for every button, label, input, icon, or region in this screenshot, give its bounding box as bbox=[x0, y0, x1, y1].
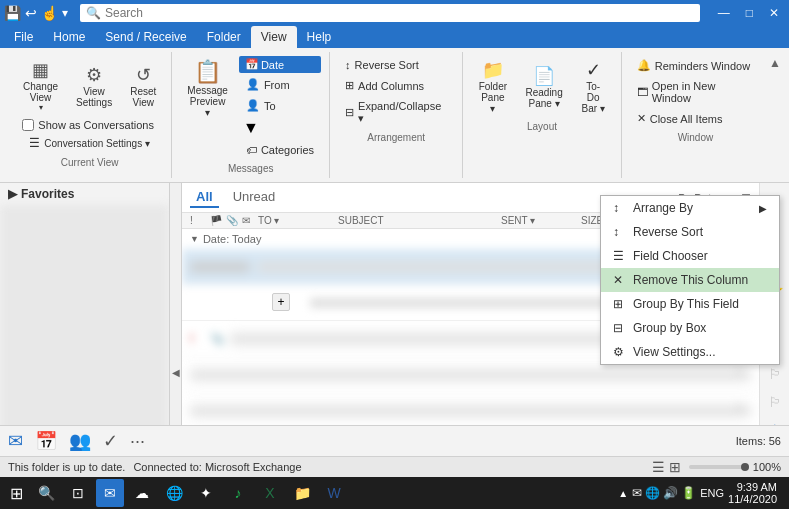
reset-view-button[interactable]: ↺ ResetView bbox=[123, 61, 163, 111]
taskbar-onedrive[interactable]: ☁ bbox=[128, 479, 156, 507]
current-view-group-label: Current View bbox=[61, 157, 119, 168]
from-button[interactable]: 👤 From bbox=[239, 75, 321, 94]
tab-folder[interactable]: Folder bbox=[197, 26, 251, 48]
show-conversations-input[interactable] bbox=[22, 119, 34, 131]
people-nav-icon[interactable]: 👥 bbox=[69, 430, 91, 452]
taskbar-up-arrow[interactable]: ▲ bbox=[618, 488, 628, 499]
expand-collapse-button[interactable]: ⊟ Expand/Collapse ▾ bbox=[338, 97, 454, 128]
arrange-by-icon: ↕ bbox=[613, 201, 627, 215]
remove-column-label: Remove This Column bbox=[633, 273, 748, 287]
right-panel-flag5-icon[interactable]: 🏳 bbox=[764, 390, 786, 414]
close-icon[interactable]: ✕ bbox=[763, 4, 785, 22]
todo-bar-button[interactable]: ✓ To-DoBar ▾ bbox=[574, 56, 613, 117]
tab-unread[interactable]: Unread bbox=[227, 187, 282, 208]
taskbar-word[interactable]: W bbox=[320, 479, 348, 507]
context-menu-group-by-box[interactable]: ⊟ Group by Box bbox=[601, 316, 779, 340]
mail-nav-icon[interactable]: ✉ bbox=[8, 430, 23, 452]
tasks-nav-icon[interactable]: ✓ bbox=[103, 430, 118, 452]
right-panel-flag4-icon[interactable]: 🏳 bbox=[764, 362, 786, 386]
favorites-header[interactable]: ▶ Favorites bbox=[0, 183, 169, 205]
reminders-window-button[interactable]: 🔔 Reminders Window bbox=[630, 56, 761, 75]
more-icon[interactable]: ▾ bbox=[62, 6, 68, 20]
taskbar-search[interactable]: 🔍 bbox=[32, 479, 60, 507]
taskbar-spotify[interactable]: ♪ bbox=[224, 479, 252, 507]
more-nav-button[interactable]: ··· bbox=[130, 431, 145, 452]
view-grid-icon[interactable]: ⊞ bbox=[669, 459, 681, 475]
reading-pane-button[interactable]: 📄 ReadingPane ▾ bbox=[518, 62, 569, 112]
calendar-nav-icon[interactable]: 📅 bbox=[35, 430, 57, 452]
status-bar: This folder is up to date. Connected to:… bbox=[0, 456, 789, 477]
search-input[interactable] bbox=[105, 6, 694, 20]
tab-help[interactable]: Help bbox=[297, 26, 342, 48]
taskbar-excel[interactable]: X bbox=[256, 479, 284, 507]
view-list-icon[interactable]: ☰ bbox=[652, 459, 665, 475]
sys-tray-battery[interactable]: 🔋 bbox=[681, 486, 696, 500]
sys-tray-volume[interactable]: 🔊 bbox=[663, 486, 678, 500]
undo-icon[interactable]: ↩ bbox=[25, 5, 37, 21]
open-new-window-button[interactable]: 🗔 Open in New Window bbox=[630, 77, 761, 107]
context-menu-reverse-sort[interactable]: ↕ Reverse Sort bbox=[601, 220, 779, 244]
taskbar-outlook[interactable]: ✉ bbox=[96, 479, 124, 507]
col-to-header[interactable]: TO ▾ bbox=[258, 215, 338, 226]
categories-button[interactable]: 🏷 Categories bbox=[239, 141, 321, 159]
email-row-5[interactable]: 🏳 bbox=[182, 393, 759, 429]
tab-file[interactable]: File bbox=[4, 26, 43, 48]
context-menu-group-by-field[interactable]: ⊞ Group By This Field bbox=[601, 292, 779, 316]
open-new-window-label: Open in New Window bbox=[652, 80, 754, 104]
taskbar-clock[interactable]: 9:39 AM 11/4/2020 bbox=[728, 481, 777, 505]
tab-all[interactable]: All bbox=[190, 187, 219, 208]
reverse-sort-button[interactable]: ↕ Reverse Sort bbox=[338, 56, 454, 74]
ribbon-top-right: — □ ✕ bbox=[712, 4, 785, 22]
email-flag-5[interactable]: 🏳 bbox=[735, 401, 747, 415]
context-menu-field-chooser[interactable]: ☰ Field Chooser bbox=[601, 244, 779, 268]
word-icon: W bbox=[327, 485, 340, 501]
sys-tray-outlook[interactable]: ✉ bbox=[632, 486, 642, 500]
taskbar-edge[interactable]: 🌐 bbox=[160, 479, 188, 507]
group-current-view: ▦ ChangeView ▾ ⚙ ViewSettings ↺ ResetVie… bbox=[8, 52, 172, 178]
tab-home[interactable]: Home bbox=[43, 26, 95, 48]
touch-icon[interactable]: ☝ bbox=[41, 5, 58, 21]
zoom-slider-thumb[interactable] bbox=[741, 463, 749, 471]
col-sent-header[interactable]: SENT ▾ bbox=[501, 215, 581, 226]
show-conversations-checkbox[interactable]: Show as Conversations bbox=[22, 119, 157, 131]
reverse-sort-label: Reverse Sort bbox=[355, 59, 419, 71]
context-menu-view-settings[interactable]: ⚙ View Settings... bbox=[601, 340, 779, 364]
context-menu-remove-column[interactable]: ✕ Remove This Column bbox=[601, 268, 779, 292]
search-bar: 🔍 bbox=[80, 4, 700, 22]
save-icon[interactable]: 💾 bbox=[4, 5, 21, 21]
conversation-settings-button[interactable]: ☰ Conversation Settings ▾ bbox=[22, 133, 157, 153]
change-view-arrow: ▾ bbox=[39, 103, 43, 112]
close-all-items-button[interactable]: ✕ Close All Items bbox=[630, 109, 761, 128]
start-button[interactable]: ⊞ bbox=[4, 481, 28, 505]
folder-pane-button[interactable]: 📁 FolderPane ▾ bbox=[471, 56, 514, 117]
favorites-label: Favorites bbox=[21, 187, 74, 201]
col-subject-header[interactable]: SUBJECT bbox=[338, 215, 501, 226]
zoom-slider[interactable] bbox=[689, 465, 749, 469]
maximize-icon[interactable]: □ bbox=[740, 4, 759, 22]
add-columns-button[interactable]: ⊞ Add Columns bbox=[338, 76, 454, 95]
tab-view[interactable]: View bbox=[251, 26, 297, 48]
taskbar-taskview[interactable]: ⊡ bbox=[64, 479, 92, 507]
reset-view-icon: ↺ bbox=[136, 64, 151, 86]
windows-icon: ⊞ bbox=[10, 484, 23, 503]
taskbar-store[interactable]: ✦ bbox=[192, 479, 220, 507]
to-button[interactable]: 👤 To bbox=[239, 96, 321, 115]
minimize-icon[interactable]: — bbox=[712, 4, 736, 22]
reset-view-label: ResetView bbox=[130, 86, 156, 108]
ribbon-collapse-button[interactable]: ▲ bbox=[769, 52, 781, 178]
add-inline-button[interactable]: + bbox=[272, 293, 290, 311]
sys-tray-network[interactable]: 🌐 bbox=[645, 486, 660, 500]
field-chooser-icon: ☰ bbox=[613, 249, 627, 263]
change-view-button[interactable]: ▦ ChangeView ▾ bbox=[16, 56, 65, 115]
more-arrangement-button[interactable]: ▼ bbox=[239, 117, 321, 139]
taskbar: ⊞ 🔍 ⊡ ✉ ☁ 🌐 ✦ ♪ X 📁 W ▲ ✉ 🌐 🔊 🔋 ENG bbox=[0, 477, 789, 509]
date-button[interactable]: 📅 Date bbox=[239, 56, 321, 73]
message-preview-icon: 📋 bbox=[194, 59, 221, 85]
sys-tray: ✉ 🌐 🔊 🔋 bbox=[632, 486, 696, 500]
taskbar-file-explorer[interactable]: 📁 bbox=[288, 479, 316, 507]
context-menu-arrange-by[interactable]: ↕ Arrange By ▶ bbox=[601, 196, 779, 220]
view-settings-button[interactable]: ⚙ ViewSettings bbox=[69, 61, 119, 111]
message-preview-button[interactable]: 📋 MessagePreview ▾ bbox=[180, 56, 235, 121]
email-flag-4[interactable]: 🏳 bbox=[735, 365, 747, 379]
tab-send-receive[interactable]: Send / Receive bbox=[95, 26, 196, 48]
